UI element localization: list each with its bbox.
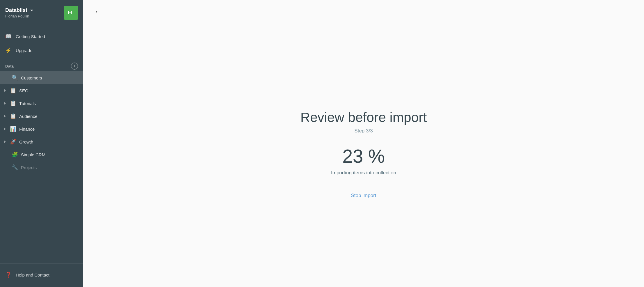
lightning-icon: ⚡ (5, 47, 12, 54)
tutorials-icon: 📋 (10, 100, 16, 107)
brand-chevron-icon (30, 10, 33, 11)
chevron-right-icon (4, 115, 6, 118)
sidebar: Datablist Florian Poullin FL 📖 Getting S… (0, 0, 83, 287)
sidebar-item-seo[interactable]: 📋 SEO (0, 84, 83, 97)
back-arrow-icon: ← (95, 8, 101, 15)
import-review-panel: Review before import Step 3/3 23 % Impor… (83, 23, 644, 287)
projects-icon: 🔧 (12, 164, 18, 171)
growth-icon: 🚀 (10, 139, 16, 145)
sidebar-item-upgrade[interactable]: ⚡ Upgrade (0, 43, 83, 57)
main-topbar: ← (83, 0, 644, 23)
add-data-button[interactable]: + (71, 63, 78, 70)
progress-percent: 23 % (342, 146, 385, 167)
chevron-right-icon (4, 140, 6, 143)
sidebar-item-audience[interactable]: 📋 Audience (0, 110, 83, 123)
sidebar-item-customers[interactable]: 🔍 Customers (0, 71, 83, 84)
sidebar-item-tutorials[interactable]: 📋 Tutorials (0, 97, 83, 110)
progress-label: Importing items into collection (331, 170, 396, 176)
finance-icon: 📊 (10, 126, 16, 132)
data-section-header: Data + (0, 57, 83, 71)
sidebar-item-growth[interactable]: 🚀 Growth (0, 135, 83, 148)
sidebar-item-projects[interactable]: 🔧 Projects (0, 161, 83, 174)
audience-icon: 📋 (10, 113, 16, 119)
simple-crm-icon: 🧩 (12, 151, 18, 158)
sidebar-header: Datablist Florian Poullin FL (0, 0, 83, 25)
sidebar-nav: 📖 Getting Started ⚡ Upgrade Data + 🔍 Cus… (0, 25, 83, 263)
back-button[interactable]: ← (92, 6, 103, 17)
review-title: Review before import (300, 109, 427, 125)
chevron-right-icon (4, 89, 6, 92)
avatar: FL (64, 6, 78, 20)
seo-icon: 📋 (10, 87, 16, 94)
sidebar-item-simple-crm[interactable]: 🧩 Simple CRM (0, 148, 83, 161)
help-icon: ❓ (5, 272, 12, 278)
sidebar-item-getting-started[interactable]: 📖 Getting Started (0, 29, 83, 43)
review-step: Step 3/3 (354, 128, 373, 134)
main-content: ← Review before import Step 3/3 23 % Imp… (83, 0, 644, 287)
chevron-right-icon (4, 102, 6, 105)
brand-user: Florian Poullin (5, 14, 33, 18)
data-section-label: Data (5, 64, 14, 68)
sidebar-item-finance[interactable]: 📊 Finance (0, 123, 83, 135)
stop-import-button[interactable]: Stop import (346, 190, 381, 201)
sidebar-brand: Datablist Florian Poullin (5, 7, 33, 18)
book-icon: 📖 (5, 33, 12, 40)
sidebar-item-help-and-contact[interactable]: ❓ Help and Contact (0, 268, 83, 282)
chevron-right-icon (4, 127, 6, 130)
customers-icon: 🔍 (12, 75, 18, 81)
sidebar-footer: ❓ Help and Contact (0, 263, 83, 287)
brand-name[interactable]: Datablist (5, 7, 33, 13)
